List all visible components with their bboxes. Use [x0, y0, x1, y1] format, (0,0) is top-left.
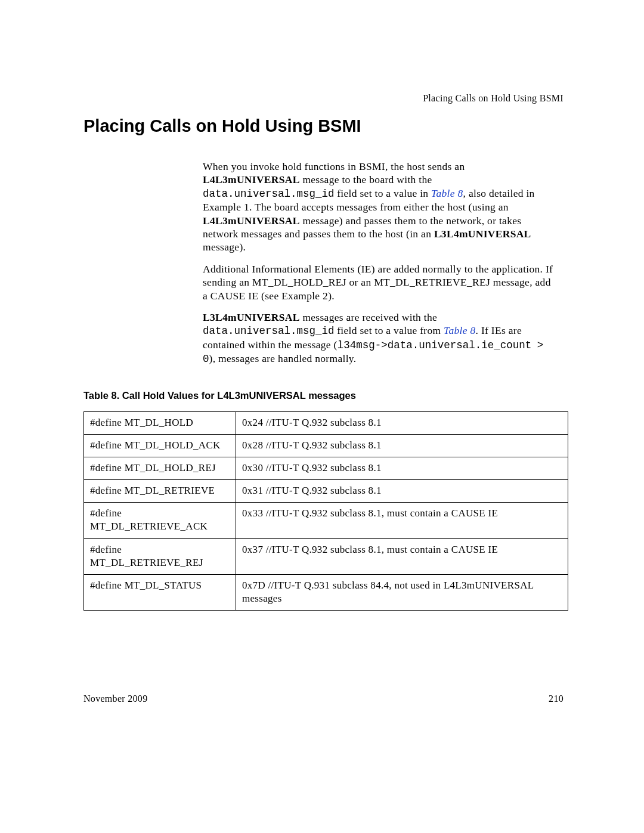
define-value: 0x37 //ITU-T Q.932 subclass 8.1, must co… — [236, 538, 568, 574]
table-8-link[interactable]: Table 8 — [444, 324, 475, 336]
define-value: 0x31 //ITU-T Q.932 subclass 8.1 — [236, 480, 568, 503]
paragraph-1: When you invoke hold functions in BSMI, … — [203, 160, 558, 254]
footer-date: November 2009 — [83, 693, 147, 704]
body-column: When you invoke hold functions in BSMI, … — [203, 160, 558, 374]
define-value: 0x33 //ITU-T Q.932 subclass 8.1, must co… — [236, 503, 568, 538]
text: message). — [203, 241, 246, 253]
table-row: #define MT_DL_HOLD 0x24 //ITU-T Q.932 su… — [84, 412, 568, 435]
table-row: #define MT_DL_HOLD_ACK 0x28 //ITU-T Q.93… — [84, 435, 568, 457]
paragraph-3: L3L4mUNIVERSAL messages are received wit… — [203, 311, 558, 366]
paragraph-2: Additional Informational Elements (IE) a… — [203, 262, 558, 302]
define-name: #define MT_DL_STATUS — [84, 574, 236, 610]
bold: L3L4mUNIVERSAL — [434, 228, 531, 240]
text: message to the board with the — [300, 174, 432, 185]
table-row: #define MT_DL_RETRIEVE 0x31 //ITU-T Q.93… — [84, 480, 568, 503]
define-value: 0x30 //ITU-T Q.932 subclass 8.1 — [236, 457, 568, 480]
define-name: #define MT_DL_HOLD — [84, 412, 236, 435]
define-name: #define MT_DL_HOLD_ACK — [84, 435, 236, 457]
define-name: #define MT_DL_RETRIEVE_REJ — [84, 538, 236, 574]
define-value: 0x24 //ITU-T Q.932 subclass 8.1 — [236, 412, 568, 435]
define-name: #define MT_DL_HOLD_REJ — [84, 457, 236, 480]
table-row: #define MT_DL_STATUS 0x7D //ITU-T Q.931 … — [84, 574, 568, 610]
footer-page-number: 210 — [549, 693, 564, 704]
code: data.universal.msg_id — [203, 188, 335, 200]
text: field set to a value from — [335, 324, 444, 336]
bold: L3L4mUNIVERSAL — [203, 311, 300, 323]
table-8-link[interactable]: Table 8 — [431, 187, 463, 199]
table-row: #define MT_DL_HOLD_REJ 0x30 //ITU-T Q.93… — [84, 457, 568, 480]
text: messages are received with the — [300, 311, 437, 323]
running-head: Placing Calls on Hold Using BSMI — [423, 93, 564, 104]
bold: L4L3mUNIVERSAL — [203, 215, 300, 227]
text: When you invoke hold functions in BSMI, … — [203, 160, 465, 172]
code: data.universal.msg_id — [203, 325, 335, 337]
define-name: #define MT_DL_RETRIEVE_ACK — [84, 503, 236, 538]
define-value: 0x7D //ITU-T Q.931 subclass 84.4, not us… — [236, 574, 568, 610]
define-value: 0x28 //ITU-T Q.932 subclass 8.1 — [236, 435, 568, 457]
table-row: #define MT_DL_RETRIEVE_ACK 0x33 //ITU-T … — [84, 503, 568, 538]
table-row: #define MT_DL_RETRIEVE_REJ 0x37 //ITU-T … — [84, 538, 568, 574]
defines-table: #define MT_DL_HOLD 0x24 //ITU-T Q.932 su… — [83, 411, 568, 611]
text: field set to a value in — [335, 187, 432, 199]
bold: L4L3mUNIVERSAL — [203, 174, 300, 185]
table-caption: Table 8. Call Hold Values for L4L3mUNIVE… — [83, 390, 356, 401]
page: Placing Calls on Hold Using BSMI Placing… — [0, 0, 644, 833]
page-title: Placing Calls on Hold Using BSMI — [83, 116, 361, 136]
text: ), messages are handled normally. — [209, 352, 357, 364]
define-name: #define MT_DL_RETRIEVE — [84, 480, 236, 503]
